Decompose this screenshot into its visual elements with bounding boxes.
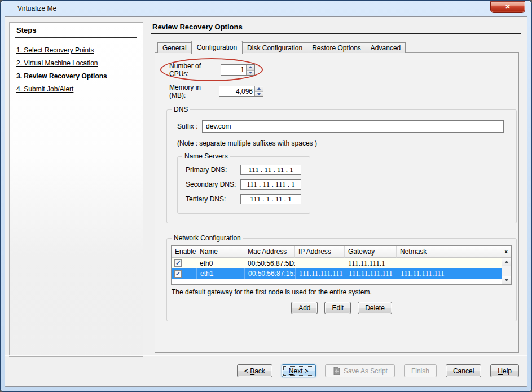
network-table-header: Enable Name Mac Address IP Address Gatew… [172, 246, 511, 258]
network-table: Enable Name Mac Address IP Address Gatew… [171, 245, 512, 285]
cpu-input[interactable] [221, 65, 246, 75]
tab-bar: General Configuration Disk Configuration… [157, 40, 405, 53]
tab-configuration[interactable]: Configuration [191, 41, 243, 54]
step-link[interactable]: 1. Select Recovery Points [16, 46, 94, 54]
down-arrow-icon [249, 72, 252, 74]
steps-rule [15, 37, 137, 38]
primary-dns-row: Primary DNS: [186, 165, 303, 175]
col-mac-address[interactable]: Mac Address [244, 246, 295, 258]
enable-checkbox[interactable]: ✔ [174, 270, 182, 278]
name-servers-group: Name Servers Primary DNS: Secondary DNS:… [177, 156, 310, 214]
spin-down-button[interactable] [247, 71, 254, 76]
secondary-dns-input[interactable] [240, 179, 301, 190]
cell-name: eth1 [196, 268, 244, 279]
dns-group: DNS Suffix : (Note : separate multiple s… [166, 109, 517, 223]
back-button[interactable]: < Back [237, 364, 272, 377]
scroll-up-button[interactable] [502, 258, 511, 266]
delete-button[interactable]: Delete [358, 302, 392, 314]
cell-netmask: 111.11.111.111 [397, 268, 502, 279]
cancel-button[interactable]: Cancel [446, 364, 481, 377]
memory-spin-buttons [254, 86, 263, 96]
table-empty-area [172, 279, 502, 284]
enable-cell: ✔ [172, 258, 196, 268]
cell-mac-address: 00:50:56:87:15:57 [244, 268, 295, 279]
suffix-label: Suffix : [177, 122, 202, 130]
footer-button-bar: < Back Next > Save As Script Finish Canc… [5, 355, 527, 386]
close-icon: ✕ [505, 3, 511, 11]
secondary-dns-row: Secondary DNS: [186, 179, 303, 190]
sidebar-item-submit-job-alert[interactable]: 4. Submit Job/Alert [16, 85, 137, 93]
tab-advanced[interactable]: Advanced [366, 42, 406, 53]
scroll-down-button[interactable] [502, 276, 511, 284]
finish-button[interactable]: Finish [404, 364, 437, 377]
enable-checkbox[interactable]: ✔ [174, 259, 182, 267]
scroll-down-icon [504, 279, 509, 281]
close-button[interactable]: ✕ [490, 1, 525, 13]
tab-disk-configuration[interactable]: Disk Configuration [242, 42, 307, 53]
cpu-label: Number of CPUs: [169, 62, 221, 78]
suffix-input[interactable] [202, 120, 504, 133]
sidebar-item-review-recovery-options: 3. Review Recovery Options [16, 72, 137, 80]
spin-down-button[interactable] [255, 92, 263, 97]
dns-group-label: DNS [172, 105, 190, 113]
save-as-script-button[interactable]: Save As Script [325, 364, 395, 377]
network-group-label: Network Configuration [172, 234, 243, 242]
next-button[interactable]: Next > [282, 364, 316, 377]
dialog-window: Virtualize Me ✕ Steps 1. Select Recovery… [0, 0, 532, 392]
save-as-script-icon [332, 367, 341, 375]
memory-label: Memory in (MB): [169, 83, 219, 99]
configuration-tab-panel: Number of CPUs: Memory in (MB): [155, 52, 519, 353]
suffix-row: Suffix : [177, 120, 507, 133]
spin-up-button[interactable] [255, 86, 263, 92]
gateway-note: The default gateway for the first node i… [172, 288, 513, 296]
steps-sidebar: Steps 1. Select Recovery Points 2. Virtu… [9, 22, 143, 357]
col-gateway[interactable]: Gateway [345, 246, 397, 258]
network-table-rows: ✔eth000:50:56:87:5D:F4111.11.111.1✔eth10… [172, 258, 511, 279]
network-table-body: ✔eth000:50:56:87:5D:F4111.11.111.1✔eth10… [172, 258, 511, 284]
col-ip-address[interactable]: IP Address [295, 246, 345, 258]
column-chooser-button[interactable]: » [502, 246, 511, 258]
step-link[interactable]: 4. Submit Job/Alert [16, 85, 73, 93]
edit-button[interactable]: Edit [324, 302, 351, 314]
suffix-note: (Note : separate multiple suffixes with … [177, 139, 507, 147]
table-row[interactable]: ✔eth000:50:56:87:5D:F4111.11.111.1 [172, 258, 502, 268]
tab-restore-options[interactable]: Restore Options [307, 42, 366, 53]
client-area: Steps 1. Select Recovery Points 2. Virtu… [5, 16, 527, 387]
title-bar[interactable]: Virtualize Me ✕ [1, 1, 531, 16]
add-button[interactable]: Add [291, 302, 318, 314]
tertiary-dns-row: Tertiary DNS: [186, 194, 303, 204]
up-arrow-icon [249, 66, 252, 68]
network-configuration-group: Network Configuration Enable Name Mac Ad… [166, 238, 517, 321]
cell-ip-address: 111.11.111.111 [295, 268, 345, 279]
tertiary-dns-input[interactable] [240, 194, 301, 204]
cell-gateway: 111.11.111.1 [345, 259, 397, 268]
secondary-dns-label: Secondary DNS: [186, 180, 240, 188]
col-enable[interactable]: Enable [172, 246, 196, 258]
memory-input[interactable] [219, 86, 254, 96]
name-servers-group-label: Name Servers [182, 152, 230, 160]
sidebar-item-virtual-machine-location[interactable]: 2. Virtual Machine Location [16, 59, 137, 67]
primary-dns-label: Primary DNS: [186, 166, 240, 174]
table-scrollbar[interactable] [502, 258, 511, 284]
spin-up-button[interactable] [247, 65, 254, 71]
step-link[interactable]: 2. Virtual Machine Location [16, 59, 98, 67]
cpu-row: Number of CPUs: [169, 62, 255, 78]
scroll-up-icon [504, 261, 509, 263]
memory-row: Memory in (MB): [169, 83, 263, 99]
cpu-spinner [221, 64, 255, 76]
cpu-spin-buttons [246, 65, 254, 75]
primary-dns-input[interactable] [240, 165, 301, 175]
memory-spinner [219, 86, 263, 97]
table-row[interactable]: ✔eth100:50:56:87:15:57111.11.111.111111.… [172, 268, 502, 279]
page-title-rule [151, 33, 521, 34]
enable-cell: ✔ [172, 268, 196, 279]
help-button[interactable]: Help [490, 364, 519, 377]
col-name[interactable]: Name [196, 246, 244, 258]
sidebar-item-select-recovery-points[interactable]: 1. Select Recovery Points [16, 46, 137, 54]
window-title: Virtualize Me [17, 1, 56, 16]
tab-general[interactable]: General [157, 42, 192, 53]
cell-gateway: 111.11.111.111 [345, 268, 397, 279]
col-netmask[interactable]: Netmask [397, 246, 502, 258]
column-chooser-icon: » [503, 250, 510, 253]
down-arrow-icon [257, 93, 261, 95]
